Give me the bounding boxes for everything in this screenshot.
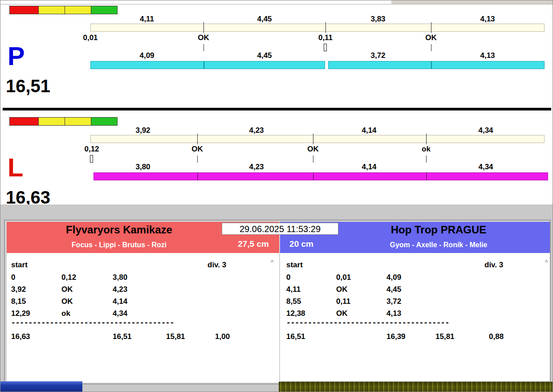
traffic-green-segment	[91, 6, 118, 14]
pass-marker	[324, 44, 327, 51]
table-cell: 4,11	[286, 285, 301, 294]
scoreboard-panel: Flyvaryors Kamikaze Focus - Lippi - Brut…	[4, 220, 551, 384]
table-cell: 4,13	[386, 309, 401, 318]
team-right-name: Hop Trop PRAGUE	[332, 224, 545, 236]
table-total: 16,39	[386, 332, 406, 341]
dog-time: 3,80	[121, 163, 165, 172]
traffic-green-segment	[91, 117, 118, 126]
bar-divider	[431, 61, 432, 69]
camera-video-strip	[279, 382, 553, 392]
split-time-top: 4,11	[125, 15, 169, 24]
table-cell: 4,45	[386, 285, 401, 294]
team-right-results-panel	[280, 253, 550, 381]
table-cell: 8,15	[11, 297, 26, 306]
table-cell: OK	[61, 285, 73, 294]
dog-time: 4,09	[125, 51, 169, 60]
dog-time: 4,34	[464, 163, 508, 172]
traffic-light	[9, 117, 117, 126]
pass-value: 0,12	[69, 145, 114, 154]
table-cell: 3,92	[11, 285, 26, 294]
lane-total-time: 16,63	[6, 188, 50, 206]
table-cell: 0,11	[336, 297, 350, 306]
scrollbar-up-arrow[interactable]: ^	[271, 259, 274, 266]
split-time-top: 4,23	[234, 126, 279, 135]
table-cell: 0	[286, 273, 290, 282]
pass-tick	[197, 155, 198, 163]
table-total: 0,88	[489, 332, 504, 341]
team-left-height: 27,5 cm	[229, 239, 277, 249]
pass-value: OK	[181, 33, 226, 42]
table-cell: 0	[11, 273, 15, 282]
lane-time-bar	[94, 172, 548, 180]
lane-time-bar	[90, 61, 325, 69]
timeline-track	[90, 135, 545, 143]
team-left-dogs: Focus - Lippi - Brutus - Rozi	[7, 241, 232, 249]
split-time-top: 3,83	[356, 15, 400, 24]
table-cell: 4,23	[113, 285, 127, 294]
track-tick	[313, 134, 313, 144]
table-header-div: div. 3	[207, 261, 226, 270]
pass-marker	[90, 155, 93, 163]
pass-tick	[426, 155, 427, 163]
team-left-name: Flyvaryors Kamikaze	[7, 224, 232, 236]
lane-letter: L	[8, 155, 23, 180]
table-header-div: div. 3	[484, 261, 503, 270]
traffic-red-segment	[9, 6, 39, 14]
table-cell: ok	[61, 309, 70, 318]
table-cell: OK	[336, 309, 348, 318]
table-total: 15,81	[166, 332, 185, 341]
pass-value: OK	[291, 145, 335, 154]
table-header-start: start	[286, 261, 303, 270]
track-tick	[431, 22, 431, 33]
track-tick	[203, 22, 204, 33]
table-total: 1,00	[215, 332, 230, 341]
split-time-top: 4,14	[347, 126, 391, 135]
lane-p-section: 4,11 4,45 3,83 4,13 0,01 OK 0,11 OK 4,09…	[4, 5, 551, 107]
table-total: 16,63	[11, 332, 30, 341]
traffic-yellow-segment-2	[65, 117, 91, 126]
bar-divider	[313, 172, 314, 180]
track-tick	[325, 22, 326, 33]
lane-letter: P	[8, 43, 25, 69]
dog-time: 3,72	[356, 51, 400, 60]
dog-time: 4,13	[465, 51, 510, 60]
pass-value: OK	[409, 33, 453, 42]
background-window-titlebar	[0, 381, 82, 392]
track-tick	[426, 134, 427, 144]
pass-tick	[431, 44, 431, 51]
table-cell: OK	[61, 297, 73, 306]
timeline-track	[90, 24, 545, 32]
split-time-top: 4,13	[465, 15, 510, 24]
bar-divider	[426, 172, 427, 180]
split-time-top: 4,45	[242, 15, 287, 24]
traffic-light	[9, 6, 117, 14]
pass-value: OK	[175, 145, 220, 154]
table-cell: 12,38	[286, 309, 305, 318]
traffic-yellow-segment-1	[38, 117, 65, 126]
lane-l-section: 3,92 4,23 4,14 4,34 0,12 OK OK ok 3,80 4…	[4, 116, 551, 204]
pass-tick	[203, 44, 204, 51]
table-total: 16,51	[113, 332, 132, 341]
date-time-stamp: 29.06.2025 11:53:29	[222, 223, 338, 235]
lane-total-time: 16,51	[6, 77, 50, 95]
dog-time: 4,14	[347, 163, 391, 172]
table-cell: 3,80	[113, 273, 127, 282]
pass-value: 0,11	[303, 33, 348, 42]
table-total: 16,51	[286, 332, 305, 341]
dog-time: 4,45	[242, 51, 287, 60]
pass-tick	[313, 155, 313, 163]
dog-time: 4,23	[234, 163, 279, 172]
team-right-height: 20 cm	[280, 239, 323, 249]
clipped-window-fragment	[391, 0, 553, 4]
table-cell: 0,01	[336, 273, 351, 282]
traffic-yellow-segment-1	[38, 6, 65, 14]
table-header-start: start	[11, 261, 28, 270]
lane-time-bar	[328, 61, 545, 69]
table-cell: OK	[336, 285, 348, 294]
bar-divider	[197, 172, 198, 180]
bar-divider	[203, 61, 204, 69]
scrollbar-up-arrow[interactable]: ^	[545, 259, 548, 266]
track-tick	[197, 134, 198, 144]
clipped-menu-strip	[0, 0, 553, 4]
table-cell: 4,14	[113, 297, 127, 306]
